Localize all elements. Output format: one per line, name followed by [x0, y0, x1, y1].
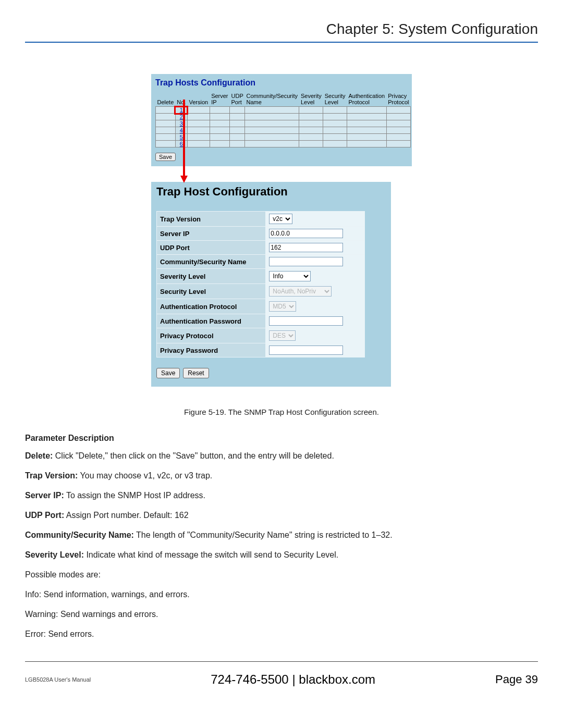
- lbl-auth-proto: Authentication Protocol: [157, 299, 266, 314]
- save-button[interactable]: Save: [155, 153, 176, 161]
- reset-button[interactable]: Reset: [183, 368, 209, 378]
- delete-checkbox[interactable]: [156, 141, 176, 147]
- th-server-ip: Server IP: [210, 92, 229, 107]
- desc-delete: Click "Delete," then click on the "Save"…: [53, 451, 334, 460]
- desc-udp-port: Assign Port number. Default: 162: [64, 511, 188, 520]
- severity-select[interactable]: Info: [269, 271, 311, 281]
- desc-warning: Warning: Send warnings and errors.: [25, 608, 538, 621]
- th-community: Community/Security Name: [245, 92, 299, 107]
- footer-page: Page 39: [495, 673, 538, 686]
- desc-server-ip: To assign the SNMP Host IP address.: [64, 491, 205, 500]
- footer-manual: LGB5028A User's Manual: [25, 676, 91, 683]
- lbl-udp-port: UDP Port: [157, 241, 266, 255]
- security-select: NoAuth, NoPriv: [269, 286, 332, 297]
- server-ip-input[interactable]: [269, 229, 343, 238]
- th-privacy: Privacy Protocol: [386, 92, 410, 107]
- chapter-title: Chapter 5: System Configuration: [25, 21, 538, 43]
- lbl-priv-pass: Privacy Password: [157, 343, 266, 357]
- priv-pass-input[interactable]: [269, 346, 343, 355]
- trap-version-select[interactable]: v2c: [269, 214, 292, 224]
- delete-checkbox[interactable]: [156, 114, 176, 120]
- param-desc-heading: Parameter Description: [25, 432, 538, 445]
- auth-proto-select: MD5: [269, 301, 296, 312]
- lbl-server-ip: Server IP: [157, 227, 266, 241]
- lbl-priv-proto: Privacy Protocol: [157, 328, 266, 343]
- desc-trap-version: You may choose v1, v2c, or v3 trap.: [78, 471, 212, 480]
- delete-checkbox[interactable]: [156, 107, 176, 114]
- trap-hosts-table: Delete No. Version Server IP UDP Port Co…: [155, 92, 411, 147]
- trap-hosts-title: Trap Hosts Configuration: [155, 78, 408, 88]
- th-security: Security Level: [323, 92, 347, 107]
- trap-host-panel: Trap Host Configuration Trap Version v2c…: [151, 182, 391, 387]
- annotation-arrow: [151, 166, 412, 182]
- th-udp-port: UDP Port: [230, 92, 245, 107]
- term-community: Community/Security Name:: [25, 530, 134, 539]
- footer-contact: 724-746-5500 | blackbox.com: [91, 672, 495, 687]
- term-server-ip: Server IP:: [25, 491, 64, 500]
- delete-checkbox[interactable]: [156, 127, 176, 134]
- term-delete: Delete:: [25, 451, 53, 460]
- desc-modes: Possible modes are:: [25, 569, 538, 581]
- save-button[interactable]: Save: [156, 368, 180, 378]
- arrow-down-icon: [176, 73, 192, 188]
- term-severity: Severity Level:: [25, 550, 84, 559]
- lbl-auth-pass: Authentication Password: [157, 314, 266, 328]
- term-trap-version: Trap Version:: [25, 471, 78, 480]
- delete-checkbox[interactable]: [156, 134, 176, 141]
- th-delete: Delete: [156, 92, 176, 107]
- figure-caption: Figure 5-19. The SNMP Trap Host Configur…: [25, 408, 538, 416]
- lbl-community: Community/Security Name: [157, 255, 266, 269]
- term-udp-port: UDP Port:: [25, 511, 64, 520]
- community-input[interactable]: [269, 257, 343, 266]
- desc-info: Info: Send information, warnings, and er…: [25, 588, 538, 601]
- desc-community: The length of "Community/Security Name" …: [134, 530, 393, 539]
- svg-marker-1: [180, 176, 188, 183]
- lbl-trap-version: Trap Version: [157, 212, 266, 227]
- desc-error: Error: Send errors.: [25, 628, 538, 640]
- th-severity: Severity Level: [299, 92, 323, 107]
- delete-checkbox[interactable]: [156, 120, 176, 127]
- trap-host-form: Trap Version v2c Server IP UDP Port Comm…: [156, 211, 365, 357]
- udp-port-input[interactable]: [269, 243, 343, 252]
- lbl-severity: Severity Level: [157, 269, 266, 284]
- desc-severity: Indicate what kind of message the switch…: [84, 550, 338, 559]
- lbl-security: Security Level: [157, 284, 266, 299]
- priv-proto-select: DES: [269, 330, 296, 341]
- auth-pass-input[interactable]: [269, 316, 343, 326]
- th-auth: Authentication Protocol: [347, 92, 386, 107]
